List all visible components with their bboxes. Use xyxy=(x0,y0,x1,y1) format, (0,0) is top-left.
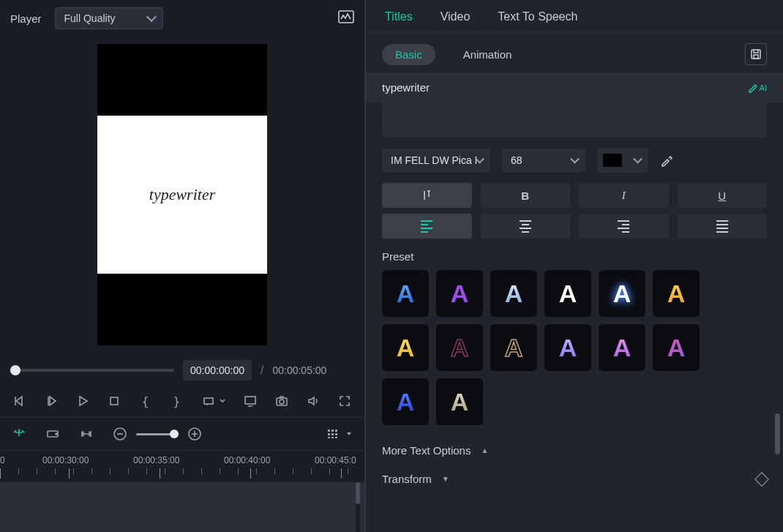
fullscreen-button[interactable] xyxy=(337,394,351,408)
volume-button[interactable] xyxy=(306,394,320,408)
track-view-button[interactable] xyxy=(326,427,340,441)
prev-frame-button[interactable] xyxy=(13,394,27,408)
stop-button[interactable] xyxy=(107,394,121,408)
preset-item[interactable]: A xyxy=(490,324,537,371)
bold-button[interactable]: B xyxy=(481,183,571,208)
tab-video[interactable]: Video xyxy=(441,10,471,23)
text-orientation-button[interactable] xyxy=(382,183,472,208)
transport-bar: 00:00:00:00 / 00:00:05:00 xyxy=(0,353,364,388)
preset-item[interactable]: A xyxy=(653,270,700,317)
preview-area: typewriter xyxy=(0,37,364,353)
color-swatch xyxy=(603,154,622,167)
preset-glyph: A xyxy=(397,388,415,416)
timeline-ruler[interactable]: 0 00:00:30:00 00:00:35:00 00:00:40:00 00… xyxy=(0,450,364,482)
preset-glyph: A xyxy=(505,334,523,362)
font-size-select[interactable]: 68 xyxy=(502,149,585,172)
magnet-button[interactable] xyxy=(12,427,26,441)
svg-rect-1 xyxy=(110,397,118,405)
font-color-select[interactable] xyxy=(597,148,648,173)
svg-rect-17 xyxy=(331,437,334,438)
ai-icon[interactable]: AI xyxy=(747,82,767,94)
tracks-scrollbar-thumb[interactable] xyxy=(356,482,360,504)
eyedropper-button[interactable] xyxy=(660,154,673,167)
quality-select[interactable]: Full Quality xyxy=(55,7,163,29)
svg-rect-13 xyxy=(328,433,330,435)
play-button[interactable] xyxy=(76,394,90,408)
progress-slider[interactable] xyxy=(10,369,174,372)
preview-canvas[interactable]: typewriter xyxy=(97,44,267,345)
preset-glyph: A xyxy=(451,334,469,362)
track-view-dropdown[interactable] xyxy=(345,430,353,438)
display-button[interactable] xyxy=(244,394,258,408)
ruler-label: 00:00:40:00 xyxy=(224,455,270,465)
tab-titles[interactable]: Titles xyxy=(385,10,413,23)
format-buttons: B I U xyxy=(366,183,783,250)
chevron-down-icon[interactable]: ▼ xyxy=(442,475,449,483)
align-center-button[interactable] xyxy=(481,214,571,239)
preset-item[interactable]: A xyxy=(436,270,483,317)
preset-item[interactable]: A xyxy=(382,378,429,425)
svg-rect-10 xyxy=(328,430,330,432)
aspect-button[interactable] xyxy=(201,394,216,408)
brace-open-button[interactable]: { xyxy=(138,394,152,408)
properties-panel: Titles Video Text To Speech Basic Animat… xyxy=(364,0,783,532)
tab-tts[interactable]: Text To Speech xyxy=(498,10,577,23)
transform-section: Transform ▼ xyxy=(366,464,783,491)
align-left-button[interactable] xyxy=(382,214,472,239)
subtab-animation[interactable]: Animation xyxy=(450,44,525,65)
preset-item[interactable]: A xyxy=(599,270,645,317)
ruler-label: 00:00:45:0 xyxy=(315,455,356,465)
title-value: typewriter xyxy=(382,81,430,94)
more-text-options-label: More Text Options xyxy=(382,444,471,457)
font-family-select[interactable]: IM FELL DW Pica I xyxy=(382,149,490,172)
subtab-basic[interactable]: Basic xyxy=(382,44,435,65)
chevron-up-icon: ▲ xyxy=(481,446,488,454)
svg-rect-19 xyxy=(752,50,760,59)
tracks-area[interactable] xyxy=(0,482,364,532)
align-justify-button[interactable] xyxy=(678,214,768,239)
svg-rect-20 xyxy=(754,55,758,59)
step-back-button[interactable] xyxy=(45,394,59,408)
preset-grid: AAAAAAAAAAAAAA xyxy=(366,270,783,437)
brace-close-button[interactable]: } xyxy=(170,394,184,408)
zoom-slider[interactable] xyxy=(136,433,179,435)
preset-glyph: A xyxy=(505,280,523,308)
svg-rect-18 xyxy=(335,437,337,438)
keyframe-button[interactable] xyxy=(754,472,769,487)
snapshot-button[interactable] xyxy=(275,394,289,408)
panel-tabs: Titles Video Text To Speech xyxy=(366,0,783,33)
preset-item[interactable]: A xyxy=(653,324,700,371)
preset-item[interactable]: A xyxy=(382,324,429,371)
preset-glyph: A xyxy=(559,334,577,362)
ai-label: AI xyxy=(760,83,767,92)
time-current: 00:00:00:00 xyxy=(183,360,252,381)
panel-scrollbar[interactable] xyxy=(775,413,780,454)
more-text-options[interactable]: More Text Options ▲ xyxy=(366,437,783,464)
italic-button[interactable]: I xyxy=(579,183,669,208)
link-button[interactable] xyxy=(45,427,60,441)
preset-glyph: A xyxy=(667,334,686,362)
preset-item[interactable]: A xyxy=(382,270,429,317)
tracks-scrollbar[interactable] xyxy=(356,482,360,532)
progress-thumb[interactable] xyxy=(10,365,20,375)
preset-item[interactable]: A xyxy=(490,270,537,317)
text-input[interactable] xyxy=(382,102,767,138)
zoom-out-button[interactable] xyxy=(113,427,127,441)
zoom-in-button[interactable] xyxy=(187,427,202,441)
fit-button[interactable] xyxy=(79,427,94,441)
preset-item[interactable]: A xyxy=(599,324,645,371)
preset-item[interactable]: A xyxy=(544,324,591,371)
underline-button[interactable]: U xyxy=(678,183,768,208)
aspect-dropdown[interactable] xyxy=(219,394,226,408)
zoom-thumb[interactable] xyxy=(170,430,179,438)
preset-item[interactable]: A xyxy=(544,270,591,317)
svg-rect-11 xyxy=(331,430,334,432)
preset-item[interactable]: A xyxy=(436,324,483,371)
align-right-button[interactable] xyxy=(579,214,669,239)
transport-buttons: { } xyxy=(0,388,364,417)
save-preset-button[interactable] xyxy=(745,43,767,65)
svg-rect-14 xyxy=(331,433,334,435)
preset-item[interactable]: A xyxy=(436,378,483,425)
stats-icon[interactable] xyxy=(338,10,354,26)
svg-rect-3 xyxy=(245,397,255,404)
